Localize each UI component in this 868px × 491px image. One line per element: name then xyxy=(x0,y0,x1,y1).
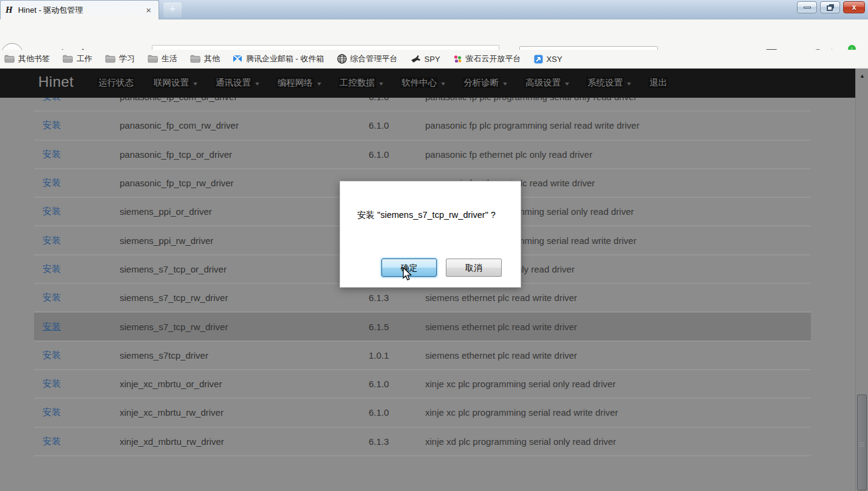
close-window-button[interactable]: x xyxy=(843,1,865,13)
exmail-icon xyxy=(233,55,242,63)
bookmarks-bar: 其他书签工作学习生活其他腾讯企业邮箱 - 收件箱综合管理平台SPY萤石云开放平台… xyxy=(0,50,868,69)
bookmark-item[interactable]: 工作 xyxy=(63,53,92,64)
bookmark-label: 其他书签 xyxy=(18,53,50,64)
browser-tab[interactable]: H Hinet - 驱动包管理 × xyxy=(0,0,159,19)
browser-toolbar: ← → 192.168.9.99/cgi-bin/luci/;stok=489f… xyxy=(0,19,868,50)
ezviz-icon xyxy=(453,55,462,64)
bookmark-label: 学习 xyxy=(119,53,135,64)
bookmark-label: 生活 xyxy=(162,53,177,64)
xsy-icon xyxy=(534,55,543,64)
close-window-icon: x xyxy=(852,3,856,12)
bookmark-label: SPY xyxy=(425,55,440,64)
bookmark-item[interactable]: 生活 xyxy=(148,53,177,64)
globe-icon xyxy=(337,54,347,64)
minimize-button[interactable] xyxy=(797,1,817,13)
bookmark-label: XSY xyxy=(547,55,562,64)
folder-icon xyxy=(105,55,115,63)
site-favicon-icon: H xyxy=(5,5,13,15)
window-controls: x xyxy=(794,1,865,13)
bookmark-label: 腾讯企业邮箱 - 收件箱 xyxy=(246,53,324,64)
browser-window: H Hinet - 驱动包管理 × + x ← → 192.16 xyxy=(0,0,868,491)
title-bar: H Hinet - 驱动包管理 × + x xyxy=(0,0,868,19)
bookmark-item[interactable]: 其他书签 xyxy=(4,53,50,64)
minimize-icon xyxy=(804,7,811,8)
bookmark-label: 综合管理平台 xyxy=(350,53,398,64)
bookmark-label: 萤石云开放平台 xyxy=(466,53,521,64)
bookmark-item[interactable]: 腾讯企业邮箱 - 收件箱 xyxy=(233,53,324,64)
new-tab-button[interactable]: + xyxy=(163,2,182,18)
bookmark-item[interactable]: 其他 xyxy=(190,53,220,64)
folder-icon xyxy=(63,55,73,63)
bookmark-item[interactable]: 综合管理平台 xyxy=(337,53,398,64)
page-viewport: Hinet 运行状态联网设置▾通讯设置▾编程网络▾工控数据▾软件中心▾分析诊断▾… xyxy=(0,69,868,491)
tab-close-icon[interactable]: × xyxy=(143,5,154,15)
bookmark-item[interactable]: 学习 xyxy=(105,53,135,64)
mouse-cursor xyxy=(402,268,412,281)
bookmark-item[interactable]: XSY xyxy=(534,55,562,64)
install-confirm-dialog: 安装 "siemens_s7_tcp_rw_driver" ? 确定 取消 xyxy=(340,181,521,288)
cancel-button[interactable]: 取消 xyxy=(446,259,502,277)
dialog-message: 安装 "siemens_s7_tcp_rw_driver" ? xyxy=(357,209,496,221)
bookmark-item[interactable]: 萤石云开放平台 xyxy=(453,53,521,64)
restore-button[interactable] xyxy=(820,1,840,13)
folder-icon xyxy=(190,55,200,63)
bookmark-label: 工作 xyxy=(77,53,92,64)
folder-icon xyxy=(148,55,158,63)
folder-icon xyxy=(4,55,15,63)
bookmark-item[interactable]: SPY xyxy=(411,55,440,64)
bookmark-label: 其他 xyxy=(204,53,220,64)
restore-icon xyxy=(827,5,833,11)
spy-icon xyxy=(411,55,421,63)
tab-title: Hinet - 驱动包管理 xyxy=(18,5,144,16)
